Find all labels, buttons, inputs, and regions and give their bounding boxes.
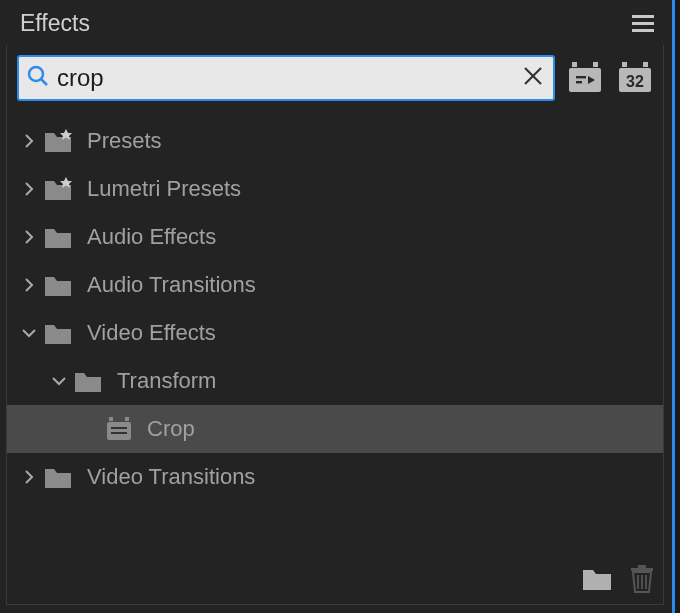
svg-rect-19 bbox=[111, 427, 127, 429]
chevron-right-icon[interactable] bbox=[15, 229, 43, 245]
svg-rect-0 bbox=[632, 15, 654, 18]
delete-icon[interactable] bbox=[630, 565, 654, 597]
svg-text:32: 32 bbox=[626, 73, 644, 90]
accelerated-effects-toggle[interactable] bbox=[565, 58, 605, 98]
tree-item-label: Audio Transitions bbox=[87, 272, 256, 298]
chevron-right-icon[interactable] bbox=[15, 133, 43, 149]
svg-rect-21 bbox=[638, 565, 646, 568]
svg-rect-16 bbox=[109, 417, 113, 421]
tree-row-presets[interactable]: Presets bbox=[7, 117, 663, 165]
chevron-down-icon[interactable] bbox=[45, 373, 73, 389]
svg-point-3 bbox=[29, 67, 43, 81]
panel-body: 32 PresetsLumetri PresetsAudio EffectsAu… bbox=[6, 45, 664, 605]
effects-panel: Effects bbox=[0, 0, 675, 613]
effects-tree: PresetsLumetri PresetsAudio EffectsAudio… bbox=[7, 117, 663, 501]
tree-item-label: Video Transitions bbox=[87, 464, 255, 490]
panel-footer bbox=[582, 565, 654, 597]
tree-item-label: Transform bbox=[117, 368, 216, 394]
folder-icon bbox=[73, 369, 105, 393]
svg-rect-8 bbox=[593, 62, 598, 67]
clear-search-icon[interactable] bbox=[521, 64, 545, 92]
tree-item-label: Audio Effects bbox=[87, 224, 216, 250]
chevron-right-icon[interactable] bbox=[15, 277, 43, 293]
svg-rect-22 bbox=[631, 568, 653, 571]
svg-rect-10 bbox=[576, 76, 586, 78]
svg-rect-18 bbox=[107, 422, 131, 440]
chevron-right-icon[interactable] bbox=[15, 469, 43, 485]
svg-rect-7 bbox=[572, 62, 577, 67]
panel-header: Effects bbox=[0, 0, 672, 45]
svg-rect-13 bbox=[643, 62, 648, 67]
effect-icon bbox=[103, 417, 135, 441]
panel-menu-icon[interactable] bbox=[632, 15, 654, 33]
folder-icon bbox=[43, 225, 75, 249]
chevron-right-icon[interactable] bbox=[15, 181, 43, 197]
panel-title: Effects bbox=[20, 10, 90, 37]
tree-row-audio-effects[interactable]: Audio Effects bbox=[7, 213, 663, 261]
tree-row-video-effects[interactable]: Video Effects bbox=[7, 309, 663, 357]
svg-rect-11 bbox=[576, 81, 582, 83]
search-toolbar: 32 bbox=[7, 45, 663, 117]
32bit-effects-toggle[interactable]: 32 bbox=[615, 58, 655, 98]
svg-rect-17 bbox=[125, 417, 129, 421]
svg-rect-1 bbox=[632, 22, 654, 25]
preset-folder-icon bbox=[43, 177, 75, 201]
svg-rect-12 bbox=[622, 62, 627, 67]
search-box[interactable] bbox=[17, 55, 555, 101]
tree-row-crop[interactable]: Crop bbox=[7, 405, 663, 453]
tree-item-label: Lumetri Presets bbox=[87, 176, 241, 202]
tree-row-lumetri-presets[interactable]: Lumetri Presets bbox=[7, 165, 663, 213]
preset-folder-icon bbox=[43, 129, 75, 153]
folder-icon bbox=[43, 465, 75, 489]
search-input[interactable] bbox=[57, 64, 521, 92]
tree-row-video-transitions[interactable]: Video Transitions bbox=[7, 453, 663, 501]
tree-row-transform[interactable]: Transform bbox=[7, 357, 663, 405]
tree-item-label: Presets bbox=[87, 128, 162, 154]
svg-rect-2 bbox=[632, 29, 654, 32]
search-icon bbox=[27, 65, 49, 91]
tree-item-label: Video Effects bbox=[87, 320, 216, 346]
new-bin-icon[interactable] bbox=[582, 567, 612, 595]
tree-item-label: Crop bbox=[147, 416, 195, 442]
svg-line-4 bbox=[41, 79, 47, 85]
folder-icon bbox=[43, 273, 75, 297]
svg-rect-20 bbox=[111, 432, 127, 434]
chevron-down-icon[interactable] bbox=[15, 325, 43, 341]
tree-row-audio-transitions[interactable]: Audio Transitions bbox=[7, 261, 663, 309]
folder-icon bbox=[43, 321, 75, 345]
svg-rect-9 bbox=[569, 68, 601, 92]
